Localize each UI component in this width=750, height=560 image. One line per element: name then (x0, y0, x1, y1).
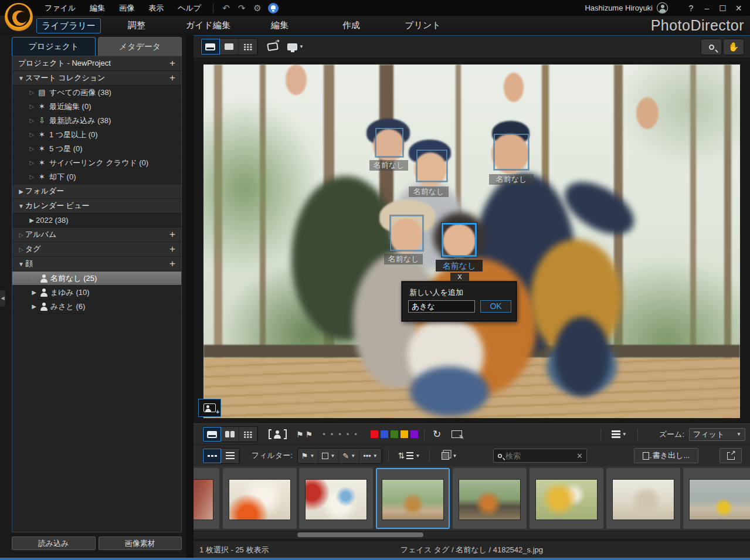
menu-view[interactable]: 表示 (141, 0, 171, 16)
undo-icon[interactable]: ↶ (218, 3, 234, 13)
color-label-blue[interactable] (381, 430, 388, 438)
viewer-mode-photo-only-button[interactable] (220, 39, 239, 55)
filter-more-button[interactable]: ••• ▼ (359, 449, 382, 463)
thumbnail-6[interactable] (530, 468, 603, 529)
expand-icon[interactable]: ▷ (28, 131, 36, 138)
tab-create[interactable]: 作成 (315, 20, 387, 31)
tab-metadata[interactable]: メタデータ (98, 37, 182, 56)
expand-icon[interactable]: ▷ (28, 174, 36, 180)
tab-guided-edit[interactable]: ガイド編集 (172, 20, 244, 31)
filter-color-button[interactable]: ▼ (318, 449, 339, 463)
expand-icon[interactable]: ▼ (17, 203, 25, 209)
tree-item-recently-edited[interactable]: ▷ ✶ 最近編集 (0) (12, 100, 181, 114)
help-button[interactable]: ? (683, 4, 699, 13)
face-label-5-selected[interactable]: 名前なし (436, 260, 483, 271)
tab-library[interactable]: ライブラリー (36, 18, 101, 33)
expand-icon[interactable]: ▷ (28, 159, 36, 166)
menu-edit[interactable]: 編集 (83, 0, 112, 16)
color-label-green[interactable] (391, 430, 398, 438)
add-smart-collection-icon[interactable]: + (169, 72, 175, 84)
open-external-button[interactable] (720, 448, 742, 463)
filmstrip-scrollbar[interactable] (194, 531, 750, 539)
notification-bell-icon[interactable] (268, 3, 279, 13)
tree-item-2022[interactable]: ▶ 2022 (38) (12, 213, 181, 228)
expand-icon[interactable]: ▼ (17, 75, 25, 82)
rotate-photo-button[interactable] (267, 43, 278, 50)
face-box-4[interactable] (390, 215, 423, 251)
expand-icon[interactable]: ▷ (28, 89, 36, 96)
zoom-dropdown[interactable]: フィット ▼ (689, 428, 745, 441)
star-rating-control[interactable]: ••••• (323, 430, 362, 439)
compare-mode-button[interactable] (221, 427, 239, 442)
search-box[interactable]: ✕ (493, 449, 587, 463)
add-face-tag-button[interactable] (198, 399, 221, 417)
redo-icon[interactable]: ↷ (234, 3, 250, 13)
image-materials-button[interactable]: 画像素材 (99, 537, 182, 550)
albums-header[interactable]: ▷ アルバム + (12, 228, 181, 242)
add-album-icon[interactable]: + (169, 229, 175, 240)
face-tag-close-button[interactable]: X (450, 273, 469, 281)
viewer-mode-single-button[interactable] (201, 39, 220, 55)
export-button[interactable]: 書き出し... (634, 448, 698, 463)
person-name-input[interactable] (408, 300, 475, 313)
avatar[interactable] (657, 2, 668, 13)
expand-icon[interactable]: ▷ (28, 103, 36, 110)
expand-icon[interactable]: ▷ (28, 117, 36, 124)
thumbnail-3[interactable] (299, 468, 373, 529)
face-label-4[interactable]: 名前なし (384, 254, 423, 264)
thumbnail-2[interactable] (223, 468, 297, 529)
sidebar-collapse-handle[interactable]: ◀ (0, 290, 5, 307)
smart-collection-header[interactable]: ▼ スマート コレクション + (12, 71, 181, 86)
zoom-tool-button[interactable] (701, 39, 722, 55)
scrollbar-thumb[interactable] (297, 532, 423, 537)
color-label-yellow[interactable] (401, 430, 408, 438)
calendar-view-header[interactable]: ▼ カレンダー ビュー (12, 199, 181, 213)
stack-button[interactable]: ▼ (436, 449, 460, 463)
import-button[interactable]: 読み込み (12, 537, 96, 550)
tree-item-one-star-up[interactable]: ▷ ✶ 1 つ星以上 (0) (12, 128, 181, 142)
flag-pick-icon[interactable]: ⚑ (296, 430, 304, 439)
add-tag-icon[interactable]: + (169, 243, 175, 255)
add-project-icon[interactable]: + (169, 57, 175, 69)
tab-print[interactable]: プリント (387, 20, 459, 31)
filter-flags-button[interactable]: ⚑ ▼ (298, 449, 319, 463)
face-box-2[interactable] (416, 150, 447, 182)
menu-file[interactable]: ファイル (38, 0, 83, 16)
tree-item-five-star[interactable]: ▷ ✶ 5 つ星 (0) (12, 142, 181, 156)
tab-project[interactable]: プロジェクト (12, 37, 96, 56)
menu-help[interactable]: ヘルプ (171, 0, 208, 16)
thumbnail-view-button[interactable] (203, 449, 221, 463)
expand-icon[interactable]: ▼ (17, 261, 25, 267)
menu-image[interactable]: 画像 (112, 0, 141, 16)
faces-header[interactable]: ▼ 顔 + (12, 257, 181, 271)
tree-item-mayumi[interactable]: ▶ まゆみ (10) (12, 286, 181, 300)
flag-reject-icon[interactable]: ⚑ (306, 430, 314, 439)
thumbnail-8[interactable] (683, 468, 750, 529)
thumbnail-4-selected[interactable] (376, 468, 450, 529)
info-list-button[interactable]: ▼ (607, 428, 632, 440)
tree-item-rejected[interactable]: ▷ ✶ 却下 (0) (12, 170, 181, 184)
gear-icon[interactable]: ⚙ (249, 3, 265, 13)
maximize-button[interactable]: ☐ (715, 4, 731, 13)
face-label-1[interactable]: 名前なし (369, 160, 408, 171)
thumbnail-1[interactable] (194, 468, 219, 529)
add-face-icon[interactable]: + (169, 258, 175, 270)
tab-adjust[interactable]: 調整 (101, 20, 172, 31)
ok-button[interactable]: OK (480, 300, 511, 313)
folders-header[interactable]: ▶ フォルダー (12, 184, 181, 199)
thumbnail-7[interactable] (606, 468, 680, 529)
expand-icon[interactable]: ▷ (30, 275, 38, 281)
tree-item-all-images[interactable]: ▷ ▤ すべての画像 (38) (12, 86, 181, 100)
grid-mode-button[interactable] (239, 427, 257, 442)
search-input[interactable] (505, 452, 570, 460)
expand-icon[interactable]: ▷ (17, 246, 25, 253)
sort-button[interactable]: ⇅ ▼ (395, 449, 424, 463)
face-tag-mode-button[interactable] (269, 429, 287, 439)
rotate-icon[interactable]: ↻ (433, 428, 441, 440)
expand-icon[interactable]: ▷ (17, 232, 25, 238)
thumbnail-5[interactable] (453, 468, 527, 529)
tags-header[interactable]: ▷ タグ + (12, 242, 181, 257)
filter-edited-button[interactable]: ✎ ▼ (339, 449, 359, 463)
expand-icon[interactable]: ▶ (30, 303, 38, 310)
pan-tool-button[interactable]: ✋ (723, 39, 744, 55)
